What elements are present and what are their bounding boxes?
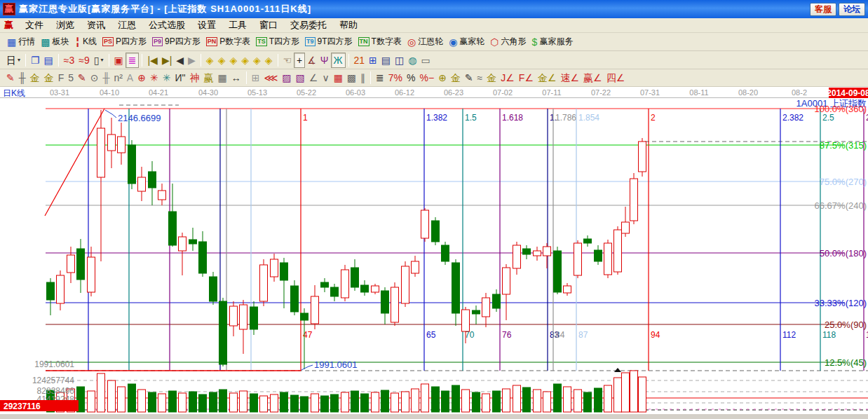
fan-box-tool[interactable]: ▧: [294, 70, 307, 85]
f-angle-tool[interactable]: F∠: [517, 70, 536, 85]
menu-item-4[interactable]: 江恩: [111, 18, 142, 33]
gann-diamond-left-button[interactable]: ◈: [204, 53, 216, 68]
kline-settings-button[interactable]: ▣: [112, 53, 126, 68]
grid-dark-tool[interactable]: ▩: [345, 70, 358, 85]
menu-item-10[interactable]: 帮助: [333, 18, 364, 33]
grid123-tool[interactable]: ▦: [215, 70, 229, 85]
candle-style-button[interactable]: ▯▾: [92, 53, 106, 68]
a-ruler-tool[interactable]: A: [125, 70, 135, 85]
ying-angle-tool[interactable]: 赢∠: [581, 70, 604, 85]
report-list-button[interactable]: ▤: [42, 53, 55, 68]
winner-wheel-button[interactable]: ◉赢家轮: [446, 34, 487, 50]
wave-tool[interactable]: ≈: [475, 70, 485, 85]
v-line-tool[interactable]: ∨: [320, 70, 331, 85]
gann-wheel-button[interactable]: ◎江恩轮: [405, 34, 446, 50]
9p-square-button[interactable]: P99P四方形: [149, 34, 203, 50]
gann-diamond-plus-button[interactable]: ◈: [263, 53, 275, 68]
kline-button[interactable]: ╏K线: [72, 34, 99, 50]
square-star-tool[interactable]: ✳: [161, 70, 173, 85]
gold-circle-tool[interactable]: ⊕: [436, 70, 449, 85]
printer-button[interactable]: ▭: [419, 53, 433, 68]
candle-style-button-dropdown-icon[interactable]: ▾: [101, 57, 104, 63]
four-angle-tool[interactable]: 四∠: [604, 70, 628, 85]
9t-square-button[interactable]: T99T四方形: [302, 34, 355, 50]
sectors-button[interactable]: ▩板块: [38, 34, 72, 50]
calendar-button[interactable]: 21: [352, 53, 367, 68]
pen2-tool[interactable]: ✎: [76, 70, 88, 85]
ying-ruler-tool[interactable]: 赢: [201, 70, 215, 85]
compass-tool[interactable]: ⊙: [88, 70, 101, 85]
speed-angle-tool[interactable]: 速∠: [559, 70, 582, 85]
t-table-button[interactable]: TNT数字表: [355, 34, 405, 50]
slash-lines-tool[interactable]: ∥: [358, 70, 367, 85]
gold-ruler2-tool[interactable]: 金: [42, 70, 56, 85]
volume-hist-button[interactable]: ≣: [126, 53, 140, 68]
multi-window-button[interactable]: ❐: [29, 53, 42, 68]
gann-diamond-star-button[interactable]: ◈: [251, 53, 263, 68]
menu-item-3[interactable]: 资讯: [81, 18, 111, 33]
k-wave-tool[interactable]: И": [172, 70, 187, 85]
gold-line-tool[interactable]: 金: [449, 70, 463, 85]
gann-diamond-right-button[interactable]: ◈: [216, 53, 228, 68]
width-tool[interactable]: ↔: [229, 70, 243, 85]
brain-tool-button[interactable]: Ж: [331, 53, 346, 68]
chart-area[interactable]: 03-3104-1004-2104-3005-1305-2206-0306-12…: [0, 87, 868, 413]
ruler2-tool[interactable]: ╫: [100, 70, 111, 85]
prev-button[interactable]: ◀: [174, 53, 186, 68]
ruler-tool[interactable]: ╫: [17, 70, 28, 85]
measure-button[interactable]: ∡: [305, 53, 318, 68]
menu-item-6[interactable]: 设置: [191, 18, 222, 33]
star-grid-tool[interactable]: ✳: [148, 70, 161, 85]
notes-button[interactable]: ▤: [379, 53, 393, 68]
angle-line-tool[interactable]: ∠: [307, 70, 320, 85]
menu-item-8[interactable]: 窗口: [253, 18, 284, 33]
gann-diamond-x-button[interactable]: ◈: [239, 53, 251, 68]
p-table-button[interactable]: PNP数字表: [203, 34, 254, 50]
percent-line-tool[interactable]: %−: [418, 70, 437, 85]
fan-red-tool[interactable]: ⋘: [262, 70, 280, 85]
forum-button[interactable]: 论坛: [839, 3, 865, 16]
circle-cross-tool[interactable]: ⊕: [135, 70, 148, 85]
brush-tool[interactable]: ✎: [463, 70, 475, 85]
last-page-button[interactable]: ▶|: [160, 53, 174, 68]
menu-item-1[interactable]: 文件: [19, 18, 50, 33]
ladder-tool[interactable]: ≣: [374, 70, 386, 85]
title-bar[interactable]: 赢 赢家江恩专业版[赢家服务平台] - [上证指数 SH1A0001-111日K…: [0, 0, 868, 18]
grid-red-tool[interactable]: ▦: [332, 70, 345, 85]
menu-item-7[interactable]: 工具: [222, 18, 253, 33]
menu-item-2[interactable]: 浏览: [50, 18, 81, 33]
save-button[interactable]: ◫: [393, 53, 406, 68]
customer-service-button[interactable]: 客服: [810, 3, 836, 16]
hexagon-button[interactable]: ⬡六角形: [487, 34, 529, 50]
crosshair-button[interactable]: +: [294, 53, 305, 68]
ma3-button[interactable]: ≈3: [62, 53, 76, 68]
gold-ruler-tool[interactable]: 金: [28, 70, 42, 85]
n2-tool[interactable]: n²: [111, 70, 124, 85]
ma9-button[interactable]: ≈9: [76, 53, 91, 68]
gold-angle-tool[interactable]: 金∠: [536, 70, 559, 85]
f-ruler-tool[interactable]: F: [56, 70, 67, 85]
gann-diamond-both-button[interactable]: ◈: [227, 53, 239, 68]
t-square-button[interactable]: TST四方形: [253, 34, 302, 50]
pen-tool[interactable]: ✎: [4, 70, 17, 85]
shen-ruler-tool[interactable]: 神: [187, 70, 201, 85]
magic-tool-button[interactable]: Ψ: [318, 53, 331, 68]
menu-item-5[interactable]: 公式选股: [142, 18, 191, 33]
next-button[interactable]: ▶: [186, 53, 198, 68]
quotes-button[interactable]: ▦行情: [4, 34, 38, 50]
gold2-tool[interactable]: 金: [484, 70, 499, 85]
percent7-tool[interactable]: 7%: [386, 70, 405, 85]
fan-purple-tool[interactable]: ▨: [280, 70, 293, 85]
calculator-button[interactable]: ⊞: [367, 53, 379, 68]
five-ruler-tool[interactable]: 5: [66, 70, 76, 85]
percent-tool[interactable]: %: [405, 70, 417, 85]
hand-drag-button[interactable]: ☜: [281, 53, 294, 68]
j-angle-tool[interactable]: J∠: [499, 70, 517, 85]
period-daily-button[interactable]: 日▾: [4, 53, 22, 68]
menu-item-9[interactable]: 交易委托: [284, 18, 333, 33]
kline-chart-svg[interactable]: 03-3104-1004-2104-3005-1305-2206-0306-12…: [0, 87, 868, 413]
period-daily-button-dropdown-icon[interactable]: ▾: [18, 57, 20, 63]
first-page-button[interactable]: |◀: [145, 53, 159, 68]
network-button[interactable]: ◍: [406, 53, 419, 68]
p-square-button[interactable]: PSP四方形: [100, 34, 149, 50]
